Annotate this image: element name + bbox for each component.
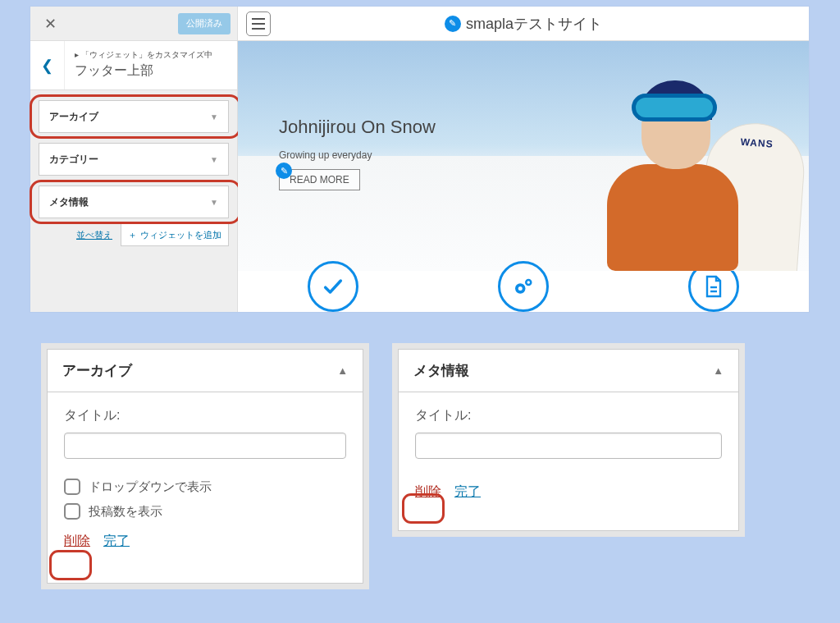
breadcrumb: ▸ 「ウィジェット」をカスタマイズ中	[75, 49, 212, 61]
back-chevron-icon[interactable]: ❮	[30, 41, 65, 89]
customizer-topbar: ✕ 公開済み	[30, 7, 237, 41]
plus-icon: ＋	[128, 229, 137, 241]
panel-title: メタ情報	[413, 361, 469, 380]
field-label: タイトル:	[64, 407, 346, 424]
widget-item-meta[interactable]: メタ情報 ▼	[39, 186, 229, 218]
panel-title: アーカイブ	[62, 361, 132, 380]
chevron-up-icon: ▲	[337, 364, 348, 377]
checkbox-icon	[64, 479, 80, 495]
widget-item-archive[interactable]: アーカイブ ▼	[39, 100, 229, 133]
customizer-header: ❮ ▸ 「ウィジェット」をカスタマイズ中 フッター上部	[30, 41, 237, 90]
feature-row	[238, 271, 809, 312]
edit-pencil-icon[interactable]: ✎	[445, 16, 461, 32]
feature-check-icon	[308, 261, 358, 312]
panel-header[interactable]: アーカイブ ▲	[48, 350, 363, 392]
section-title: フッター上部	[75, 62, 212, 80]
add-widget-button[interactable]: ＋ ウィジェットを追加	[121, 223, 229, 246]
customizer-footer: 並べ替え ＋ ウィジェットを追加	[30, 218, 237, 254]
panel-header[interactable]: メタ情報 ▲	[399, 350, 738, 392]
widget-label: カテゴリー	[49, 153, 98, 167]
widget-panel-meta: メタ情報 ▲ タイトル: 削除 完了	[392, 343, 745, 537]
svg-point-3	[527, 281, 531, 284]
close-icon[interactable]: ✕	[37, 11, 63, 37]
chevron-down-icon: ▼	[210, 112, 218, 121]
hero-subtitle: Growing up everyday	[279, 149, 436, 161]
chevron-down-icon: ▼	[210, 155, 218, 164]
reorder-link[interactable]: 並べ替え	[76, 229, 112, 241]
hero-section: Johnijirou On Snow Growing up everyday ✎…	[238, 41, 809, 271]
field-label: タイトル:	[415, 407, 722, 424]
checkbox-count[interactable]: 投稿数を表示	[64, 503, 346, 520]
preview-topbar: ✎ smaplaテストサイト	[238, 7, 809, 41]
delete-link[interactable]: 削除	[64, 533, 90, 550]
hero-title: Johnijirou On Snow	[279, 117, 436, 138]
checkbox-icon	[64, 503, 80, 520]
live-preview: ✎ smaplaテストサイト Johnijirou On Snow Growin…	[238, 7, 809, 312]
title-input[interactable]	[415, 433, 722, 459]
chevron-down-icon: ▼	[210, 198, 218, 207]
title-input[interactable]	[64, 433, 346, 459]
widget-item-category[interactable]: カテゴリー ▼	[39, 143, 229, 176]
widget-label: メタ情報	[49, 195, 89, 209]
customizer-screenshot: ✕ 公開済み ❮ ▸ 「ウィジェット」をカスタマイズ中 フッター上部 アーカイブ…	[30, 7, 809, 312]
done-link[interactable]: 完了	[103, 533, 130, 550]
delete-link[interactable]: 削除	[415, 483, 441, 501]
widget-label: アーカイブ	[49, 110, 98, 124]
widget-list: アーカイブ ▼ カテゴリー ▼ メタ情報 ▼	[30, 90, 237, 218]
widget-panel-archive: アーカイブ ▲ タイトル: ドロップダウンで表示 投稿数を表示 削除 完了	[41, 343, 369, 589]
done-link[interactable]: 完了	[454, 483, 481, 501]
site-title: ✎ smaplaテストサイト	[277, 14, 769, 34]
feature-gears-icon	[498, 261, 549, 312]
publish-button[interactable]: 公開済み	[178, 13, 231, 34]
hamburger-icon[interactable]	[246, 11, 271, 36]
checkbox-dropdown[interactable]: ドロップダウンで表示	[64, 479, 346, 495]
edit-pencil-icon[interactable]: ✎	[276, 163, 292, 179]
svg-point-1	[518, 286, 523, 291]
chevron-up-icon: ▲	[713, 364, 724, 377]
customizer-sidebar: ✕ 公開済み ❮ ▸ 「ウィジェット」をカスタマイズ中 フッター上部 アーカイブ…	[30, 7, 238, 312]
hero-illustration	[563, 66, 776, 271]
